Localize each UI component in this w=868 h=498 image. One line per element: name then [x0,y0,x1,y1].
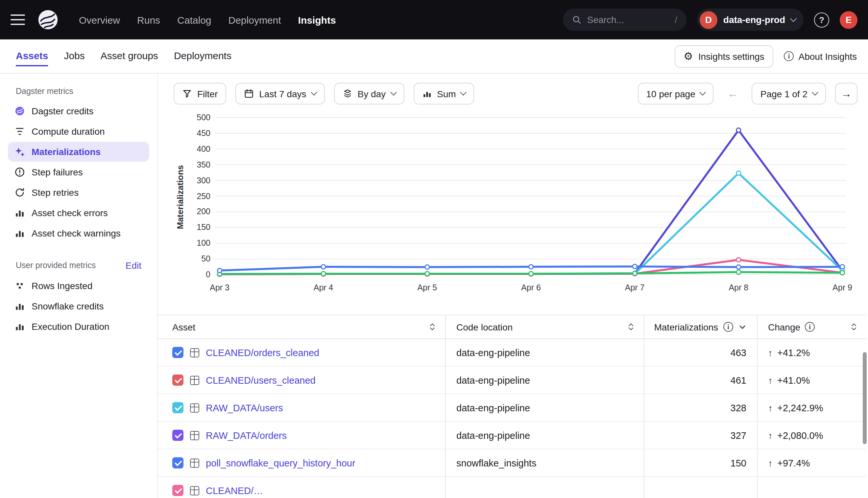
asset-table-icon [190,348,199,357]
topnav-item-runs[interactable]: Runs [137,14,160,25]
dagster-credits-icon [14,106,25,116]
data-point[interactable] [737,171,741,175]
sort-icon[interactable] [627,322,635,332]
tab-deployments[interactable]: Deployments [174,39,231,73]
insights-settings-button[interactable]: ⚙ Insights settings [674,45,773,67]
help-icon[interactable]: ? [814,12,829,27]
asset-link[interactable]: poll_snowflake_query_history_hour [206,458,355,468]
asset-cell: CLEANED/… [158,477,445,498]
column-header-change[interactable]: Change [757,315,866,338]
sidebar-item-materializations[interactable]: Materializations [8,142,149,162]
data-point[interactable] [321,272,326,276]
data-point[interactable] [217,268,221,273]
sidebar-item-step-failures[interactable]: Step failures [8,162,149,182]
aggregation-button[interactable]: Sum [413,83,474,104]
table-scrollbar[interactable] [863,352,867,444]
menu-icon[interactable] [11,14,25,25]
up-arrow-icon: ↑ [768,430,773,441]
compute-duration-icon [14,126,25,137]
main-panel: Filter Last 7 days By day Sum [158,74,868,498]
prev-page-button[interactable]: ← [723,83,743,104]
chevron-down-icon[interactable] [739,323,746,331]
info-icon[interactable] [723,322,733,332]
data-point[interactable] [737,270,741,274]
chart-plot[interactable] [216,115,846,279]
search-placeholder: Search... [587,14,624,25]
y-tick-label: 450 [196,128,210,139]
per-page-button[interactable]: 10 per page [638,83,714,104]
about-insights-link[interactable]: About Insights [784,51,857,62]
sidebar-item-asset-check-warnings[interactable]: Asset check warnings [8,223,149,243]
sidebar-item-step-retries[interactable]: Step retries [8,183,149,202]
data-point[interactable] [633,264,637,269]
y-tick-label: 0 [206,270,210,280]
data-point[interactable] [425,272,430,276]
table-row: CLEANED/users_cleaneddata-eng-pipeline46… [158,367,866,394]
deployment-switcher[interactable]: D data-eng-prod [697,9,804,31]
topnav-item-catalog[interactable]: Catalog [177,14,211,25]
step-retries-icon [14,187,25,198]
asset-table-icon [190,458,199,468]
data-point[interactable] [840,265,844,269]
sort-icon[interactable] [429,322,436,332]
data-point[interactable] [529,265,533,269]
column-header-code-location[interactable]: Code location [445,315,644,338]
column-header-asset[interactable]: Asset [158,315,445,338]
data-point[interactable] [321,265,326,269]
asset-link[interactable]: CLEANED/users_cleaned [206,375,316,385]
asset-cell: RAW_DATA/users [158,394,445,421]
chevron-down-icon [311,89,317,95]
dagster-logo-icon[interactable] [37,8,61,31]
page-select-button[interactable]: Page 1 of 2 [752,83,826,104]
data-point[interactable] [737,258,741,262]
sidebar-item-dagster-credits[interactable]: Dagster credits [8,101,149,121]
user-avatar[interactable]: E [840,11,857,29]
row-checkbox[interactable] [172,347,183,358]
topnav-item-insights[interactable]: Insights [298,14,336,25]
subnav-right: ⚙ Insights settings About Insights [674,45,857,67]
sidebar-item-snowflake-credits[interactable]: Snowflake credits [8,296,149,316]
date-range-button[interactable]: Last 7 days [235,83,324,104]
edit-metrics-link[interactable]: Edit [126,260,141,271]
data-point[interactable] [529,272,533,276]
asset-table-icon [190,376,199,385]
info-icon[interactable] [805,322,815,332]
chart-svg[interactable] [216,115,846,279]
asset-link[interactable]: CLEANED/orders_cleaned [206,347,319,358]
row-checkbox[interactable] [172,430,183,441]
sidebar-item-execution-duration[interactable]: Execution Duration [8,317,149,336]
deployment-badge: D [700,11,717,29]
data-point[interactable] [425,265,430,269]
row-checkbox[interactable] [172,457,183,469]
tab-asset-groups[interactable]: Asset groups [101,39,158,73]
row-checkbox[interactable] [172,402,183,413]
row-checkbox[interactable] [172,375,183,386]
up-arrow-icon: ↑ [768,375,773,385]
tab-assets[interactable]: Assets [16,39,48,73]
data-point[interactable] [737,128,741,132]
sort-icon[interactable] [850,322,857,332]
topnav-item-deployment[interactable]: Deployment [229,14,281,25]
data-point[interactable] [840,271,844,275]
topnav-item-overview[interactable]: Overview [79,14,120,25]
chart-line-indigo[interactable] [220,130,842,274]
sidebar-item-asset-check-errors[interactable]: Asset check errors [8,203,149,223]
up-arrow-icon: ↑ [768,458,773,468]
column-header-materializations[interactable]: Materializations [644,315,757,338]
asset-link[interactable]: CLEANED/… [206,485,263,496]
next-page-button[interactable]: → [835,83,857,104]
search-icon [572,15,581,24]
code-location-cell: data-eng-pipeline [445,339,644,366]
chevron-down-icon [390,89,396,95]
search-input[interactable]: Search... / [563,9,687,31]
group-by-button[interactable]: By day [334,83,404,104]
data-point[interactable] [737,265,741,269]
filter-button[interactable]: Filter [174,83,226,104]
sidebar-item-rows-ingested[interactable]: Rows Ingested [8,276,149,296]
row-checkbox[interactable] [172,485,183,496]
asset-link[interactable]: RAW_DATA/orders [206,430,287,441]
sidebar-item-compute-duration[interactable]: Compute duration [8,121,149,141]
asset-link[interactable]: RAW_DATA/users [206,403,283,413]
tab-jobs[interactable]: Jobs [64,39,85,73]
data-point[interactable] [633,271,637,276]
